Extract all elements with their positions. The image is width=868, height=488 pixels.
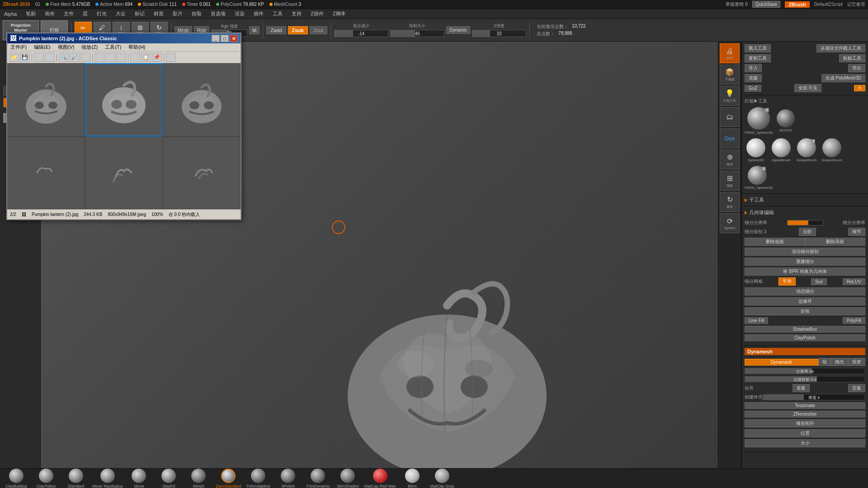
acdsee-save-button[interactable]: 💾 bbox=[20, 53, 30, 62]
paste-tool-button[interactable]: 粘贴工具 bbox=[839, 54, 865, 62]
polyfill-button[interactable]: PolyFill bbox=[843, 317, 865, 324]
delete-higher-button[interactable]: 删除高级 bbox=[805, 238, 866, 246]
sphere3d-item[interactable]: Sphere3D bbox=[745, 138, 767, 162]
brush-slot-hpolish[interactable]: hPolish bbox=[274, 469, 302, 488]
acdsee-zoom-out-button[interactable]: 🔎 bbox=[70, 53, 80, 62]
menu-layer[interactable]: 层 bbox=[81, 9, 89, 18]
brush-slot-stash3[interactable]: Stash3 bbox=[155, 469, 182, 488]
menu-material[interactable]: 材质 bbox=[152, 9, 165, 18]
acdsee-flip-h-button[interactable]: ↔ bbox=[116, 53, 126, 62]
reconstruct-subdiv-button[interactable]: 重建细分 bbox=[745, 258, 865, 266]
ac50-preview[interactable] bbox=[777, 109, 795, 127]
acdsee-zoom-fit-button[interactable]: ⊞ bbox=[80, 53, 90, 62]
quicksave-button[interactable]: QuickSave bbox=[752, 1, 780, 8]
brush-slot-trimdynamic[interactable]: TrimDynamic bbox=[304, 469, 331, 488]
smooth-button[interactable]: 平滑 bbox=[778, 277, 796, 286]
brush-slot-move-topologica[interactable]: Move Topologica bbox=[92, 469, 123, 488]
diff-button[interactable]: 差集 bbox=[793, 384, 810, 392]
brush-slot-trimadaptive[interactable]: TrimAdaptive bbox=[245, 469, 272, 488]
subtool-button[interactable]: 📦 子像素 bbox=[720, 65, 740, 84]
zsub-button[interactable]: Zsub bbox=[288, 26, 308, 34]
export-button[interactable]: 导出 bbox=[848, 64, 865, 72]
brush-slot-matcap-red-wax[interactable]: MatCap Red Wax bbox=[364, 469, 396, 488]
win-minimize-button[interactable]: _ bbox=[212, 35, 220, 42]
acdsee-rotate-left-button[interactable]: ↺ bbox=[94, 53, 104, 62]
brush-slot-matcap-gray[interactable]: MatCap Gray bbox=[429, 469, 456, 488]
dynamic-icon-button[interactable]: ⟳ Dynami bbox=[720, 213, 740, 233]
thumb-5[interactable] bbox=[85, 136, 163, 210]
brush-slot-move[interactable]: Move bbox=[125, 469, 152, 488]
thumb-4[interactable] bbox=[7, 136, 85, 210]
edge-loop-button[interactable]: 边缘环 bbox=[745, 297, 865, 305]
menu-marker[interactable]: 标记 bbox=[133, 9, 146, 18]
modify-topology-button[interactable]: 修改拓扑 bbox=[745, 419, 865, 427]
brush-slot-blinn[interactable]: Blinn bbox=[399, 469, 426, 488]
dynamesh-header[interactable]: Dynamesh bbox=[745, 348, 865, 355]
eraserbrush-preview[interactable] bbox=[822, 138, 841, 157]
focal-slider[interactable]: -14 bbox=[334, 30, 388, 37]
zcut-button[interactable]: Zcut bbox=[310, 26, 327, 34]
acdsee-menu-edit[interactable]: 编辑(E) bbox=[33, 43, 52, 51]
acdsee-help-button[interactable]: ? bbox=[166, 53, 176, 62]
load-tool-button[interactable]: 载入工具 bbox=[745, 44, 771, 52]
menu-alpha[interactable]: Alpha bbox=[3, 10, 18, 18]
acdsee-paste-button[interactable]: 📌 bbox=[152, 53, 162, 62]
pm3d-sphere3d-item-1[interactable]: 3 PM3D_Sphere3D bbox=[745, 107, 773, 135]
move-icon-button[interactable]: ⊕ 移动 bbox=[720, 150, 740, 169]
simplebrush-item[interactable]: 3 SimpleBrush bbox=[795, 138, 818, 162]
subdivide-slider[interactable] bbox=[787, 220, 823, 225]
geometry-edit-toggle[interactable]: 几何体编辑 bbox=[745, 208, 865, 217]
zadd-button[interactable]: Zadd bbox=[266, 26, 286, 34]
size-button[interactable]: 大小 bbox=[745, 439, 865, 447]
brush-slot-skinshade4[interactable]: SkinShade4 bbox=[334, 469, 361, 488]
z-intensity-slider[interactable]: 33 bbox=[472, 30, 526, 37]
acdsee-window[interactable]: 🖼 Pumpkin lantern (2).jpg - ACDSee Class… bbox=[6, 33, 241, 220]
zremesher-button[interactable]: ZRemesher bbox=[745, 411, 865, 418]
win-maximize-button[interactable]: □ bbox=[221, 35, 229, 42]
menu-support[interactable]: 支持 bbox=[290, 9, 303, 18]
eraserbrush-item[interactable]: EraserBrush bbox=[821, 138, 843, 162]
m-button[interactable]: M bbox=[249, 26, 259, 34]
all-visible-button[interactable]: 全部 可见 bbox=[794, 84, 822, 92]
claypolish-button[interactable]: ClayPolish bbox=[745, 334, 865, 341]
acdsee-menu-help[interactable]: 帮助(H) bbox=[127, 43, 146, 51]
sub-tools-toggle[interactable]: 子工具 bbox=[745, 196, 865, 204]
acdsee-menu-file[interactable]: 文件(F) bbox=[9, 43, 28, 51]
freeze-subdiv-button[interactable]: 冻结细分级别 bbox=[745, 248, 865, 256]
win-close-button[interactable]: ✕ bbox=[230, 35, 238, 42]
pm3d-sphere3d-item-2[interactable]: 3 PM3D_Sphere3D bbox=[745, 166, 769, 190]
acdsee-prev-button[interactable]: ◀ bbox=[34, 53, 44, 62]
resolution-slider[interactable]: 分辨率 56 bbox=[745, 368, 865, 374]
menu-macro[interactable]: 大众 bbox=[114, 9, 127, 18]
menu-movie[interactable]: 影片 bbox=[171, 9, 184, 18]
dynamesh-button[interactable]: Dynamesh bbox=[745, 359, 818, 366]
goz-button[interactable]: GoZ bbox=[745, 85, 761, 92]
texture-button[interactable]: 🗂 bbox=[720, 107, 740, 127]
subdiv-higher-button[interactable]: 细节 bbox=[848, 228, 865, 236]
brush-slot-claytubes[interactable]: ClayTubes bbox=[33, 469, 60, 488]
acdsee-menu-zoom[interactable]: 缩放(Z) bbox=[80, 43, 99, 51]
acdsee-delete-button[interactable]: ✕ bbox=[130, 53, 140, 62]
crease-button[interactable]: 折痕 bbox=[745, 307, 865, 315]
r-button[interactable]: R bbox=[854, 85, 865, 91]
lightbox-icon-button[interactable]: 💡 灯箱工具 bbox=[720, 86, 740, 106]
brush-slot-standard[interactable]: Standard bbox=[62, 469, 90, 488]
subdiv-lower-button[interactable]: 台阶 bbox=[799, 228, 816, 236]
ac50-item[interactable]: AC50% bbox=[777, 109, 795, 132]
draw-size-slider[interactable]: 46 bbox=[390, 30, 444, 37]
menu-file[interactable]: 文件 bbox=[62, 9, 75, 18]
thumb-2[interactable] bbox=[85, 63, 163, 136]
tessimate-button[interactable]: Tessimate bbox=[745, 402, 865, 409]
acdsee-menu-tools[interactable]: 工具(T) bbox=[104, 43, 123, 51]
dynamic-subdiv-button[interactable]: 动态细分 bbox=[745, 287, 865, 296]
thumb-1[interactable] bbox=[7, 63, 85, 136]
thickness-slider[interactable]: 厚度 4 bbox=[763, 394, 865, 400]
menu-plugins[interactable]: 插件 bbox=[252, 9, 265, 18]
menu-zplugin[interactable]: Z插件 bbox=[309, 9, 325, 18]
clone-button[interactable]: 克隆 bbox=[745, 74, 762, 82]
acdsee-menu-view[interactable]: 视图(V) bbox=[57, 43, 76, 51]
thumb-3[interactable] bbox=[163, 63, 241, 136]
menu-canvas[interactable]: 画布 bbox=[43, 9, 56, 18]
acdsee-next-button[interactable]: ▶ bbox=[45, 53, 55, 62]
copy-tool-button[interactable]: 复制工具 bbox=[745, 54, 771, 62]
